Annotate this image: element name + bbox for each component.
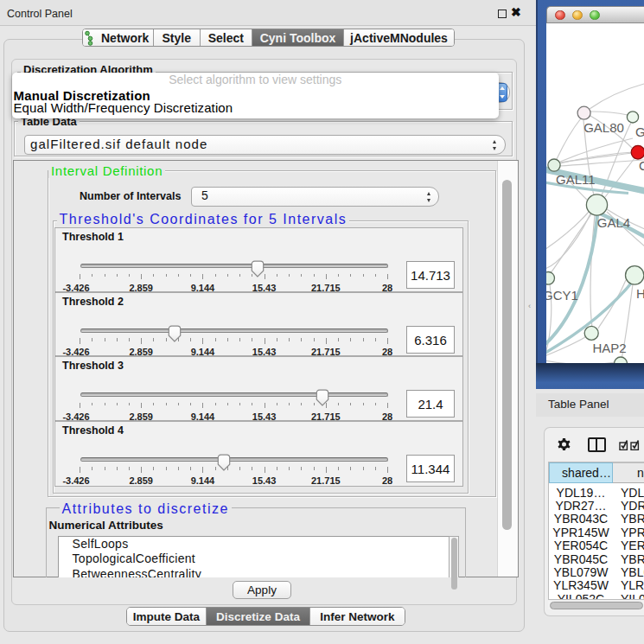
svg-text:H: H: [636, 286, 644, 301]
svg-text:GAL4: GAL4: [597, 214, 630, 229]
svg-text:GAL80: GAL80: [583, 119, 624, 134]
svg-text:HAP2: HAP2: [592, 341, 626, 355]
svg-text:GCY1: GCY1: [546, 287, 578, 302]
svg-text:GA: GA: [635, 124, 644, 139]
svg-text:GAL11: GAL11: [556, 172, 596, 187]
svg-text:C: C: [639, 157, 644, 172]
